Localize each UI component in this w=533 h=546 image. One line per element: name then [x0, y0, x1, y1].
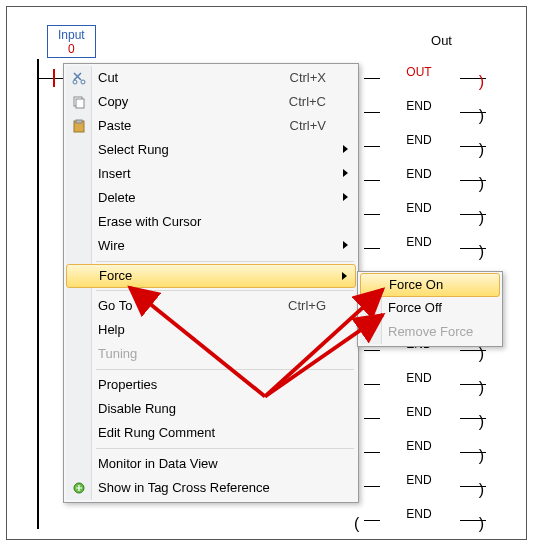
svg-point-1: [81, 80, 85, 84]
coil-paren-right: ): [479, 243, 484, 261]
menu-force-label: Force: [99, 268, 132, 283]
output-coil[interactable]: (END): [374, 405, 464, 419]
coil-label: END: [406, 201, 431, 215]
svg-rect-5: [76, 120, 82, 123]
menu-paste-label: Paste: [98, 118, 131, 133]
torn-edge-bottom: [0, 540, 533, 546]
coil-label: END: [406, 167, 431, 181]
menu-cut[interactable]: Cut Ctrl+X: [66, 66, 356, 90]
coil-label: END: [406, 235, 431, 249]
output-coil[interactable]: (END): [374, 167, 464, 181]
submenu-arrow-icon: [342, 272, 347, 280]
coil-paren-right: ): [479, 447, 484, 465]
paste-icon: [71, 118, 87, 134]
submenu-arrow-icon: [343, 241, 348, 249]
submenu-remove-force: Remove Force: [360, 320, 500, 344]
context-menu: Cut Ctrl+X Copy Ctrl+C Paste Ctrl+V Sele…: [63, 63, 359, 503]
menu-goto-shortcut: Ctrl+G: [288, 298, 326, 314]
coil-label: END: [406, 371, 431, 385]
menu-separator: [96, 290, 354, 291]
coil-paren-right: ): [479, 209, 484, 227]
coil-label: END: [406, 507, 431, 521]
menu-monitor-data-view[interactable]: Monitor in Data View: [66, 452, 356, 476]
menu-insert[interactable]: Insert: [66, 162, 356, 186]
menu-erase-label: Erase with Cursor: [98, 214, 201, 229]
output-coil[interactable]: (END): [374, 235, 464, 249]
output-header: Out: [431, 33, 452, 48]
menu-properties[interactable]: Properties: [66, 373, 356, 397]
menu-wire[interactable]: Wire: [66, 234, 356, 258]
menu-goto-label: Go To: [98, 298, 132, 313]
output-coil[interactable]: (END): [374, 133, 464, 147]
menu-separator: [96, 261, 354, 262]
output-coil[interactable]: (END): [374, 507, 464, 521]
submenu-force-off[interactable]: Force Off: [360, 296, 500, 320]
menu-insert-label: Insert: [98, 166, 131, 181]
coil-label: END: [406, 473, 431, 487]
menu-disable-label: Disable Rung: [98, 401, 176, 416]
menu-select-rung[interactable]: Select Rung: [66, 138, 356, 162]
svg-rect-3: [76, 99, 84, 108]
menu-help[interactable]: Help: [66, 318, 356, 342]
submenu-arrow-icon: [343, 145, 348, 153]
coil-paren-right: ): [479, 141, 484, 159]
submenu-arrow-icon: [343, 169, 348, 177]
menu-edit-rung-comment[interactable]: Edit Rung Comment: [66, 421, 356, 445]
coil-label: OUT: [406, 65, 431, 79]
menu-tuning-label: Tuning: [98, 346, 137, 361]
output-coil[interactable]: (END): [374, 201, 464, 215]
coil-label: END: [406, 439, 431, 453]
coil-paren-right: ): [479, 379, 484, 397]
menu-copy-label: Copy: [98, 94, 128, 109]
menu-wire-label: Wire: [98, 238, 125, 253]
menu-tuning: Tuning: [66, 342, 356, 366]
output-coil[interactable]: (END): [374, 371, 464, 385]
coil-label: END: [406, 405, 431, 419]
submenu-force-off-label: Force Off: [388, 300, 442, 315]
coil-paren-right: ): [479, 413, 484, 431]
submenu-remove-force-label: Remove Force: [388, 324, 473, 339]
force-submenu: Force On Force Off Remove Force: [357, 271, 503, 347]
torn-edge-right: [527, 0, 533, 546]
menu-force[interactable]: Force: [66, 264, 356, 288]
coil-label: END: [406, 133, 431, 147]
menu-copy-shortcut: Ctrl+C: [289, 94, 326, 110]
menu-delete[interactable]: Delete: [66, 186, 356, 210]
submenu-force-on-label: Force On: [389, 277, 443, 292]
output-coil[interactable]: (END): [374, 99, 464, 113]
menu-help-label: Help: [98, 322, 125, 337]
submenu-arrow-icon: [343, 193, 348, 201]
coil-paren-left: (: [354, 515, 359, 533]
output-coil[interactable]: (END): [374, 473, 464, 487]
cut-icon: [71, 70, 87, 86]
submenu-force-on[interactable]: Force On: [360, 273, 500, 297]
coil-paren-right: ): [479, 481, 484, 499]
menu-erase-with-cursor[interactable]: Erase with Cursor: [66, 210, 356, 234]
menu-paste-shortcut: Ctrl+V: [290, 118, 326, 134]
input-contact-box[interactable]: Input 0: [47, 25, 96, 58]
menu-editcomment-label: Edit Rung Comment: [98, 425, 215, 440]
menu-goto[interactable]: Go To Ctrl+G: [66, 294, 356, 318]
coil-paren-right: ): [479, 107, 484, 125]
menu-select-rung-label: Select Rung: [98, 142, 169, 157]
menu-separator: [96, 369, 354, 370]
coil-paren-right: ): [479, 515, 484, 533]
rung-row[interactable]: (END): [37, 503, 504, 537]
output-coil[interactable]: (END): [374, 439, 464, 453]
menu-monitor-label: Monitor in Data View: [98, 456, 218, 471]
menu-showtag-label: Show in Tag Cross Reference: [98, 480, 270, 495]
input-value: 0: [58, 42, 85, 56]
coil-paren-right: ): [479, 175, 484, 193]
menu-show-tag-cross-reference[interactable]: Show in Tag Cross Reference: [66, 476, 356, 500]
menu-properties-label: Properties: [98, 377, 157, 392]
menu-paste[interactable]: Paste Ctrl+V: [66, 114, 356, 138]
menu-copy[interactable]: Copy Ctrl+C: [66, 90, 356, 114]
output-coil[interactable]: (OUT): [374, 65, 464, 79]
app-frame: Input 0 Out (OUT)(END)(END)(END)(END)(EN…: [6, 6, 527, 540]
menu-delete-label: Delete: [98, 190, 136, 205]
menu-disable-rung[interactable]: Disable Rung: [66, 397, 356, 421]
svg-point-0: [73, 80, 77, 84]
menu-separator: [96, 448, 354, 449]
coil-label: END: [406, 99, 431, 113]
tag-xref-icon: [71, 480, 87, 496]
